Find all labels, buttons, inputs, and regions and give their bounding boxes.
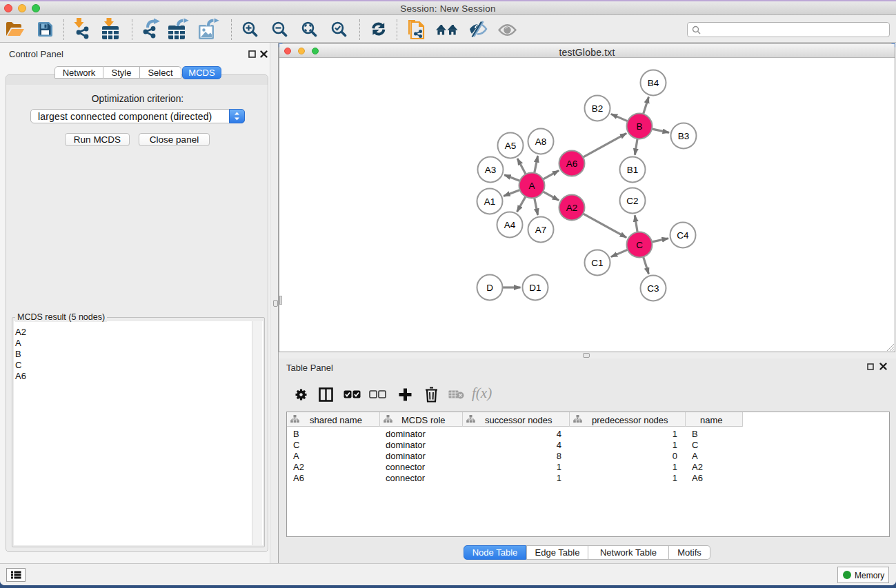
svg-text:C4: C4 xyxy=(677,230,689,241)
svg-text:B4: B4 xyxy=(648,78,659,88)
svg-text:B3: B3 xyxy=(678,131,690,141)
svg-text:A: A xyxy=(528,181,535,191)
svg-text:C1: C1 xyxy=(591,258,603,268)
svg-text:A4: A4 xyxy=(504,220,516,230)
svg-text:C: C xyxy=(636,240,643,250)
svg-text:A6: A6 xyxy=(566,159,578,169)
svg-text:C3: C3 xyxy=(647,283,659,294)
svg-text:A1: A1 xyxy=(484,196,496,207)
svg-text:A2: A2 xyxy=(566,203,578,213)
svg-text:A8: A8 xyxy=(535,136,547,147)
svg-text:B2: B2 xyxy=(592,103,604,114)
svg-text:C2: C2 xyxy=(626,196,638,206)
svg-text:D1: D1 xyxy=(529,283,541,293)
svg-text:A7: A7 xyxy=(535,225,547,235)
svg-text:A3: A3 xyxy=(485,165,497,175)
svg-text:B1: B1 xyxy=(627,165,639,175)
svg-text:A5: A5 xyxy=(505,141,517,151)
svg-text:B: B xyxy=(636,121,642,132)
svg-text:D: D xyxy=(486,283,493,293)
